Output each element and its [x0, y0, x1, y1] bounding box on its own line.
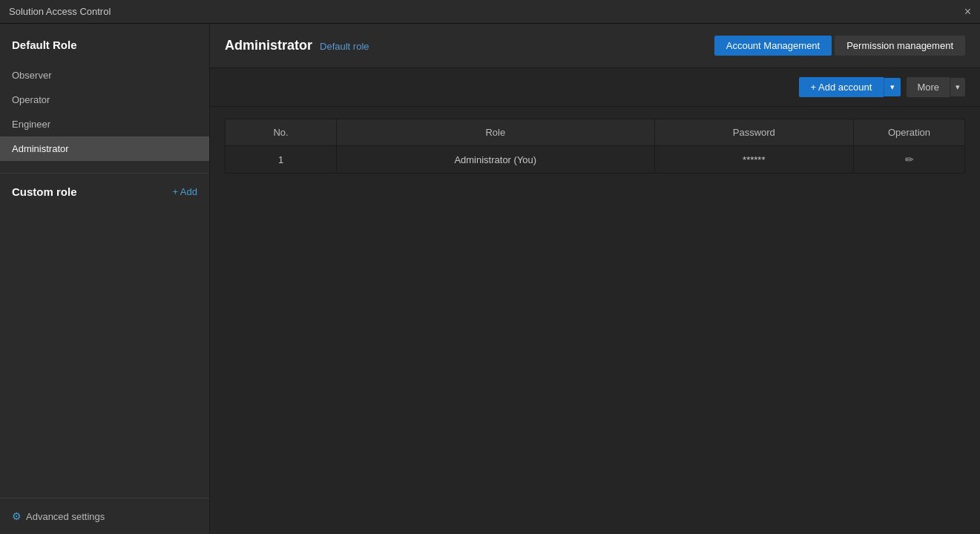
title-group: Administrator Default role — [225, 38, 369, 53]
header-tabs: Account Management Permission management — [714, 36, 965, 56]
edit-icon[interactable]: ✏ — [905, 154, 914, 165]
add-custom-role-button[interactable]: + Add — [172, 186, 197, 197]
custom-role-title: Custom role — [12, 185, 77, 198]
account-management-tab[interactable]: Account Management — [714, 36, 832, 56]
cell-password: ****** — [654, 146, 853, 174]
dropdown-chevron-icon: ▾ — [890, 82, 895, 91]
sidebar-item-engineer[interactable]: Engineer — [0, 112, 209, 136]
sidebar-item-operator[interactable]: Operator — [0, 88, 209, 112]
content-header: Administrator Default role Account Manag… — [210, 24, 980, 68]
main-layout: Default Role Observer Operator Engineer … — [0, 24, 980, 534]
more-chevron-icon: ▾ — [956, 82, 960, 91]
page-subtitle: Default role — [320, 41, 369, 52]
cell-operation: ✏ — [854, 146, 965, 174]
more-button[interactable]: More — [907, 77, 950, 97]
content-area: Administrator Default role Account Manag… — [210, 24, 980, 534]
sidebar-bottom: ⚙ Advanced settings — [0, 498, 209, 534]
col-no: No. — [226, 119, 337, 146]
custom-role-row: Custom role + Add — [0, 185, 209, 210]
sidebar-item-observer[interactable]: Observer — [0, 63, 209, 88]
sidebar-item-administrator[interactable]: Administrator — [0, 136, 209, 161]
sidebar-divider — [0, 173, 209, 174]
toolbar: + Add account ▾ More ▾ — [210, 68, 980, 107]
add-account-dropdown-button[interactable]: ▾ — [884, 78, 901, 96]
cell-no: 1 — [226, 146, 337, 174]
table-row: 1 Administrator (You) ****** ✏ — [226, 146, 965, 174]
advanced-settings-label: Advanced settings — [26, 511, 105, 522]
gear-icon: ⚙ — [12, 510, 22, 522]
default-role-title: Default Role — [0, 39, 209, 63]
col-role: Role — [337, 119, 655, 146]
add-account-button[interactable]: + Add account — [799, 77, 884, 97]
app-title: Solution Access Control — [9, 6, 111, 17]
title-bar: Solution Access Control × — [0, 0, 980, 24]
col-operation: Operation — [854, 119, 965, 146]
close-button[interactable]: × — [964, 6, 971, 18]
accounts-table: No. Role Password Operation 1 Administra… — [225, 119, 965, 174]
col-password: Password — [654, 119, 853, 146]
permission-management-tab[interactable]: Permission management — [835, 36, 965, 56]
page-title: Administrator — [225, 38, 312, 53]
table-container: No. Role Password Operation 1 Administra… — [210, 107, 980, 534]
advanced-settings-link[interactable]: ⚙ Advanced settings — [12, 510, 197, 522]
more-dropdown-button[interactable]: ▾ — [950, 78, 965, 96]
cell-role: Administrator (You) — [337, 146, 655, 174]
sidebar: Default Role Observer Operator Engineer … — [0, 24, 210, 534]
